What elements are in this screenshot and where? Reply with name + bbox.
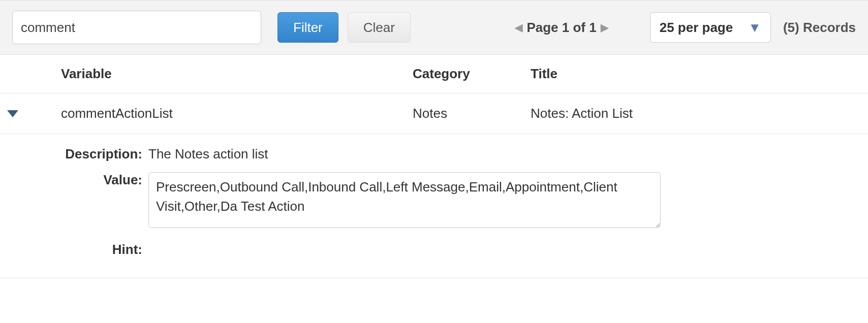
- page-prev-icon[interactable]: ◀: [511, 21, 526, 34]
- pager: ◀ Page 1 of 1 ▶: [511, 20, 612, 36]
- cell-category: Notes: [413, 106, 531, 121]
- svg-marker-0: [7, 110, 18, 117]
- column-header-variable[interactable]: Variable: [61, 66, 413, 82]
- per-page-select[interactable]: 25 per page ▼: [650, 12, 771, 43]
- value-textarea[interactable]: [148, 172, 661, 228]
- description-label: Description:: [51, 143, 148, 162]
- records-count: (5) Records: [783, 20, 856, 36]
- filter-toolbar: Filter Clear ◀ Page 1 of 1 ▶ 25 per page…: [0, 0, 868, 55]
- page-next-icon[interactable]: ▶: [597, 21, 612, 34]
- cell-title: Notes: Action List: [531, 106, 868, 121]
- column-header-category[interactable]: Category: [413, 66, 531, 82]
- chevron-down-icon: [7, 110, 18, 117]
- per-page-label: 25 per page: [660, 20, 733, 36]
- pager-text: Page 1 of 1: [526, 20, 596, 36]
- column-header-title[interactable]: Title: [531, 66, 868, 82]
- hint-label: Hint:: [51, 239, 148, 257]
- description-value: The Notes action list: [148, 143, 838, 162]
- table-row: commentActionList Notes Notes: Action Li…: [0, 93, 868, 134]
- detail-panel: Description: The Notes action list Value…: [0, 134, 868, 278]
- table-header: Variable Category Title: [0, 55, 868, 93]
- hint-value: [148, 239, 838, 242]
- cell-variable: commentActionList: [61, 106, 413, 121]
- filter-button[interactable]: Filter: [277, 12, 338, 43]
- clear-button[interactable]: Clear: [348, 12, 411, 43]
- search-input[interactable]: [12, 11, 261, 44]
- chevron-down-icon: ▼: [748, 20, 761, 36]
- value-label: Value:: [51, 169, 148, 188]
- expand-toggle[interactable]: [0, 106, 61, 121]
- page-root: Filter Clear ◀ Page 1 of 1 ▶ 25 per page…: [0, 0, 868, 278]
